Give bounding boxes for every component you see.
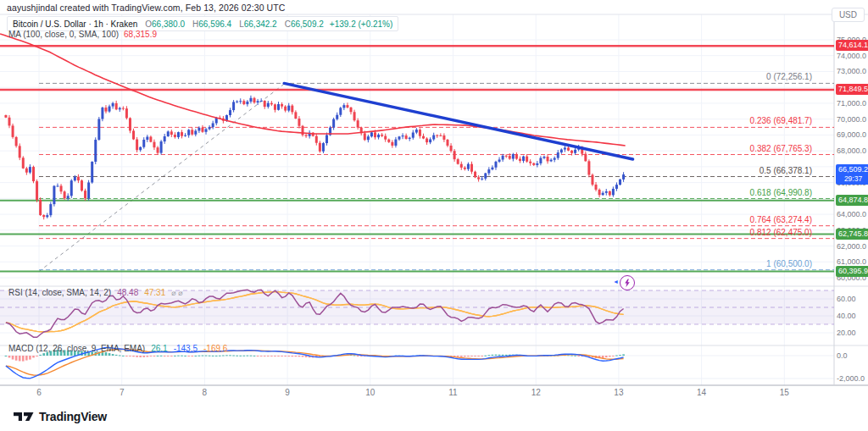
ohlc-close: C66,509.2 (283, 19, 324, 29)
time-axis-label: 7 (120, 388, 125, 397)
price-axis-label: 68,000.0 (837, 146, 866, 155)
macd-axis-label: 0.0 (837, 351, 848, 360)
fib-level-label: 1 (60,500.0) (766, 259, 812, 268)
time-axis-label: 14 (697, 388, 706, 397)
macd-legend-label: MACD (12, 26, close, 9, EMA, EMA) (8, 344, 145, 353)
fib-level-label: 0.764 (63,274.4) (750, 215, 812, 224)
time-axis-label: 15 (780, 388, 789, 397)
lightning-marker-icon[interactable] (620, 275, 635, 290)
rsi-legend-row[interactable]: RSI (14, close, SMA, 14, 2) 48.48 47.31 … (8, 288, 183, 297)
ohlc-high: H66,596.4 (191, 19, 231, 29)
ohlc-open: O66,380.0 (143, 19, 185, 29)
fib-level-label: 0.382 (67,765.3) (750, 144, 812, 153)
rsi-axis-label: 60.00 (837, 295, 856, 303)
price-axis-label: 69,000.0 (837, 130, 866, 139)
time-axis-label: 10 (365, 388, 375, 397)
price-badge: 66,509.229:37 (836, 164, 868, 185)
time-axis-label: 11 (448, 388, 457, 397)
price-badge: 60,395.9 (836, 266, 868, 277)
fib-level-label: 0.812 (62,475.0) (750, 228, 812, 237)
macd-axis-label: -2,000.0 (837, 374, 865, 383)
ohlc-low: L66,342.2 (237, 19, 277, 29)
rsi-axis-label: 20.00 (837, 329, 856, 337)
ma-legend-value: 68,315.9 (124, 30, 157, 39)
price-badge: 71,849.5 (836, 84, 868, 95)
marker-arrow-icon: ◄ (613, 279, 619, 285)
ma-legend-label: MA (100, close, 0, SMA, 100) (8, 30, 119, 39)
rsi-legend-label: RSI (14, close, SMA, 14, 2) (8, 288, 111, 297)
time-axis-label: 6 (36, 388, 42, 397)
time-axis-label: 13 (614, 388, 623, 397)
price-axis-label: 70,000.0 (837, 115, 866, 124)
price-axis-label: 73,000.0 (837, 67, 866, 75)
rsi-value: 48.48 (117, 288, 138, 297)
tradingview-logo[interactable]: TradingView (14, 410, 107, 423)
price-change: +139.2 (+0.21%) (330, 19, 393, 29)
price-chart-svg[interactable] (0, 0, 868, 431)
time-axis-label: 8 (203, 388, 208, 397)
price-axis-label: 64,000.0 (837, 210, 866, 218)
trendline (284, 83, 632, 159)
tradingview-logo-mark (14, 410, 34, 423)
macd-hist-value: 26.1 (151, 344, 167, 353)
price-axis-label: 61,000.0 (837, 257, 866, 266)
time-axis-label: 12 (531, 388, 541, 397)
rsi-axis-label: 40.00 (837, 312, 856, 320)
price-badge: 64,874.8 (836, 195, 868, 206)
ma-legend-row[interactable]: MA (100, close, 0, SMA, 100) 68,315.9 (8, 30, 157, 39)
macd-signal-value: -169.6 (203, 344, 227, 353)
price-axis-label: 74,000.0 (837, 52, 866, 60)
tradingview-logo-text: TradingView (39, 410, 107, 423)
attribution-text: aayushjindal created with TradingView.co… (7, 3, 286, 13)
fib-level-label: 0 (72,256.1) (766, 72, 812, 81)
price-axis-label: 71,000.0 (837, 99, 866, 108)
price-badge: 74,614.1 (836, 40, 868, 51)
lightning-bolt-glyph (623, 279, 632, 288)
macd-value: -143.5 (174, 344, 198, 353)
fib-level-label: 0.236 (69,481.7) (750, 116, 812, 125)
macd-legend-row[interactable]: MACD (12, 26, close, 9, EMA, EMA) 26.1 -… (8, 344, 227, 353)
price-badge: 62,745.8 (836, 229, 868, 240)
time-axis-label: 9 (285, 388, 290, 397)
tradingview-chart-page: aayushjindal created with TradingView.co… (0, 0, 868, 431)
currency-selector[interactable]: USD (832, 8, 865, 22)
rsi-ma-value: 47.31 (144, 288, 165, 297)
price-axis-label: 62,000.0 (837, 242, 866, 251)
symbol-title: Bitcoin / U.S. Dollar · 1h · Kraken (13, 19, 137, 29)
fib-level-label: 0.5 (66,378.1) (760, 166, 812, 175)
empty-circle-icon: ⌀ ⌀ (171, 289, 182, 297)
fib-level-label: 0.618 (64,990.8) (750, 188, 812, 197)
